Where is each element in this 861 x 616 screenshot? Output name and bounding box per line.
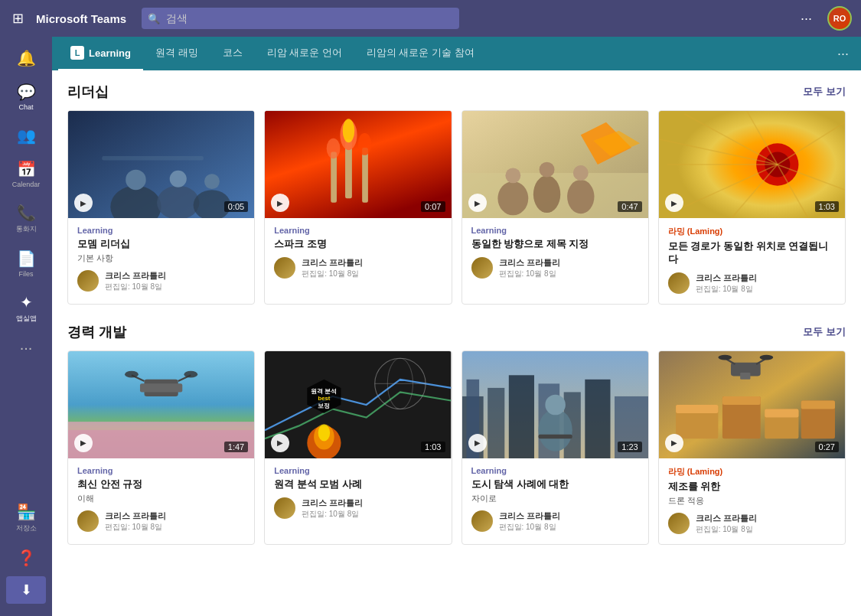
- play-button-5[interactable]: ▶: [74, 434, 93, 452]
- activity-icon: 🔔: [17, 49, 36, 67]
- download-icon: ⬇: [21, 582, 32, 598]
- card-leadership-4[interactable]: ▶ 1:03 라밍 (Laming) 모든 경로가 동일한 위치로 연결됩니다 …: [658, 110, 846, 305]
- svg-point-22: [567, 180, 594, 213]
- title-7: 도시 탐색 사례에 대한: [471, 478, 639, 491]
- card-body-3: Learning 동일한 방향으로 제목 지정 크리스 프라틀리 편집일: 10…: [462, 218, 648, 288]
- provider-1: Learning: [77, 226, 245, 235]
- card-leadership-3[interactable]: ▶ 0:47 Learning 동일한 방향으로 제목 지정 크리스 프라틀리 …: [461, 110, 649, 305]
- career-see-all[interactable]: 모두 보기: [803, 325, 846, 339]
- card-leadership-1[interactable]: ▶ 0:05 Learning 모뎀 리더십 기본 사항 크리스 프라틀리 편집…: [67, 110, 255, 305]
- author-1: 크리스 프라틀리 편집일: 10월 8일: [77, 270, 245, 292]
- title-4: 모든 경로가 동일한 위치로 연결됩니다: [668, 240, 836, 266]
- card-career-1[interactable]: ▶ 1:47 Learning 최신 안전 규정 이해 크리스 프라틀리 편집일…: [67, 350, 255, 545]
- author-info-7: 크리스 프라틀리 편집일: 10월 8일: [499, 510, 560, 533]
- duration-7: 1:23: [618, 442, 641, 452]
- author-date-4: 편집일: 10월 8일: [696, 284, 757, 295]
- play-button-6[interactable]: ▶: [271, 434, 289, 452]
- author-7: 크리스 프라틀리 편집일: 10월 8일: [471, 510, 639, 533]
- svg-rect-72: [676, 405, 718, 413]
- topbar: ⊞ Microsoft Teams ··· RO: [0, 0, 861, 37]
- author-4: 크리스 프라틀리 편집일: 10월 8일: [668, 272, 836, 295]
- author-info-6: 크리스 프라틀리 편집일: 10월 8일: [302, 497, 363, 520]
- play-button-4[interactable]: ▶: [665, 194, 683, 212]
- duration-1: 0:05: [224, 201, 248, 212]
- svg-point-6: [204, 174, 220, 189]
- author-name-6: 크리스 프라틀리: [302, 497, 363, 509]
- chat-icon: 💬: [17, 83, 36, 101]
- content-area: 리더십 모두 보기: [52, 70, 861, 616]
- sidebar-item-chat[interactable]: 💬 Chat: [3, 77, 49, 117]
- avatar[interactable]: RO: [827, 6, 852, 31]
- author-info-1: 크리스 프라틀리 편집일: 10월 8일: [105, 270, 166, 292]
- app-title: Microsoft Teams: [36, 12, 126, 25]
- leadership-see-all[interactable]: 모두 보기: [803, 85, 846, 99]
- card-thumb-6: 원격 분석 best 보정 ▶ 1:03: [265, 351, 451, 458]
- provider-5: Learning: [77, 466, 245, 475]
- leadership-section-header: 리더십 모두 보기: [67, 83, 846, 101]
- sidebar-bottom: 🏪 저장소 ❓ ⬇: [3, 497, 49, 610]
- sidebar-item-store[interactable]: 🏪 저장소: [3, 497, 49, 539]
- play-button-7[interactable]: ▶: [468, 434, 487, 452]
- play-button-3[interactable]: ▶: [468, 194, 487, 212]
- sidebar-item-files[interactable]: 📄 Files: [3, 243, 49, 284]
- title-1: 모뎀 리더십: [77, 238, 245, 251]
- card-career-2[interactable]: 원격 분석 best 보정 ▶ 1:03 Learning: [264, 350, 452, 545]
- svg-point-23: [572, 165, 588, 181]
- tab-learning[interactable]: L Learning: [58, 37, 143, 70]
- author-name-4: 크리스 프라틀리: [696, 272, 757, 284]
- sidebar-item-teams[interactable]: 👥: [3, 120, 49, 151]
- author-avatar-2: [274, 257, 295, 279]
- sidebar-item-files-label: Files: [18, 270, 33, 278]
- sidebar-more-button[interactable]: ···: [14, 333, 39, 363]
- svg-point-57: [318, 424, 330, 441]
- sidebar-item-help[interactable]: ❓: [3, 543, 49, 573]
- svg-rect-74: [722, 396, 761, 405]
- sidebar-item-calendar-label: Calendar: [12, 181, 41, 188]
- author-avatar-4: [668, 272, 690, 294]
- grid-icon[interactable]: ⊞: [9, 7, 27, 30]
- card-thumb-5: ▶ 1:47: [68, 351, 254, 458]
- title-6: 원격 분석 모범 사례: [274, 478, 442, 491]
- card-body-2: Learning 스파크 조명 크리스 프라틀리 편집일: 10월 8일: [265, 218, 451, 288]
- sidebar-item-apps[interactable]: ✦ 앱실앱: [3, 287, 49, 330]
- svg-point-45: [125, 371, 139, 378]
- play-button-8[interactable]: ▶: [665, 434, 683, 452]
- svg-rect-69: [538, 434, 572, 438]
- apps-icon: ✦: [20, 293, 33, 311]
- download-button[interactable]: ⬇: [6, 576, 46, 604]
- leadership-cards-grid: ▶ 0:05 Learning 모뎀 리더십 기본 사항 크리스 프라틀리 편집…: [67, 110, 846, 305]
- svg-point-20: [533, 175, 559, 213]
- svg-rect-78: [801, 400, 835, 409]
- sidebar-item-activity[interactable]: 🔔: [3, 43, 49, 73]
- svg-rect-12: [362, 148, 368, 203]
- card-leadership-2[interactable]: ▶ 0:07 Learning 스파크 조명 크리스 프라틀리 편집일: 10월…: [264, 110, 452, 305]
- tab-new-tech[interactable]: 리암의 새로운 기술 참여: [354, 37, 487, 70]
- sidebar: 🔔 💬 Chat 👥 📅 Calendar 📞 통화지 📄 Files ✦ 앱실…: [0, 37, 52, 616]
- author-avatar-6: [274, 497, 295, 519]
- tab-remote-label: 원격 래밍: [155, 46, 198, 60]
- tab-new-lang[interactable]: 리암 새로운 언어: [255, 37, 354, 70]
- svg-point-4: [170, 171, 187, 187]
- card-career-4[interactable]: ▶ 0:27 라밍 (Laming) 제조를 위한 드론 적응 크리스 프라틀리…: [658, 350, 846, 545]
- play-button-1[interactable]: ▶: [74, 194, 93, 212]
- channel-bar-more-button[interactable]: ···: [831, 43, 855, 65]
- sidebar-item-calls[interactable]: 📞 통화지: [3, 197, 49, 240]
- author-avatar-5: [77, 510, 99, 532]
- tab-remote[interactable]: 원격 래밍: [143, 37, 210, 70]
- sidebar-item-store-label: 저장소: [16, 523, 37, 533]
- main-layout: 🔔 💬 Chat 👥 📅 Calendar 📞 통화지 📄 Files ✦ 앱실…: [0, 37, 861, 616]
- tab-courses[interactable]: 코스: [210, 37, 255, 70]
- svg-text:원격 분석: 원격 분석: [311, 387, 338, 394]
- svg-point-2: [126, 170, 146, 191]
- svg-point-46: [184, 371, 197, 378]
- sidebar-item-calendar[interactable]: 📅 Calendar: [3, 154, 49, 194]
- provider-2: Learning: [274, 226, 442, 235]
- card-career-3[interactable]: ▶ 1:23 Learning 도시 탐색 사례에 대한 자이로 크리스 프라틀…: [461, 350, 649, 545]
- topbar-more-button[interactable]: ···: [794, 8, 818, 30]
- search-input[interactable]: [142, 8, 458, 29]
- author-8: 크리스 프라틀리 편집일: 10월 8일: [668, 513, 836, 535]
- svg-point-82: [718, 355, 732, 360]
- author-avatar-7: [471, 510, 493, 532]
- career-title: 경력 개발: [67, 323, 126, 341]
- author-date-1: 편집일: 10월 8일: [105, 282, 166, 292]
